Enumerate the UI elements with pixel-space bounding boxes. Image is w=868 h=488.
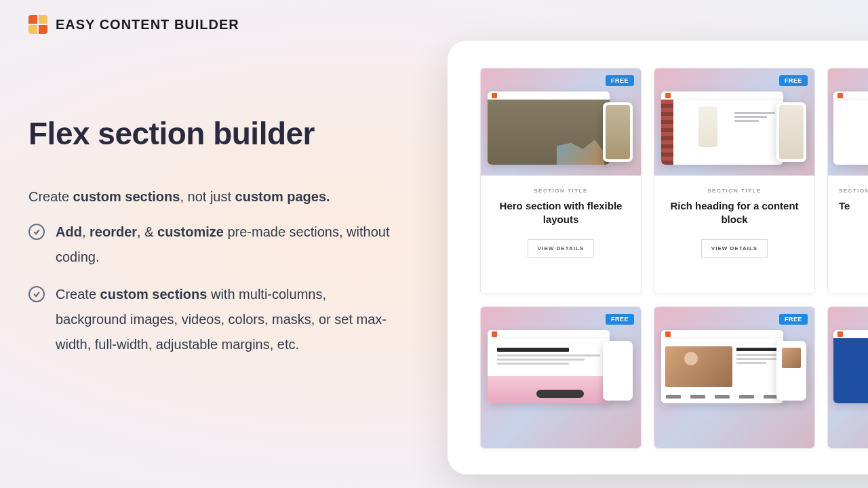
phone-mockup-icon bbox=[776, 102, 806, 162]
card-eyebrow: SECTION TITLE bbox=[707, 188, 762, 194]
template-thumbnail: FREE bbox=[654, 307, 814, 449]
check-icon bbox=[28, 286, 45, 302]
view-details-button[interactable]: VIEW DETAILS bbox=[528, 239, 594, 258]
bullet-item: Add, reorder, & customize pre-made secti… bbox=[28, 220, 395, 270]
laptop-mockup-icon bbox=[661, 330, 783, 403]
template-card[interactable]: FREE SECTION TITLE Hero section with fle… bbox=[480, 68, 642, 294]
page-subhead: Create custom sections, not just custom … bbox=[28, 189, 395, 205]
bullet-text: Create custom sections with multi-column… bbox=[56, 282, 395, 357]
view-details-button[interactable]: VIEW DETAILS bbox=[701, 239, 768, 258]
free-badge: FREE bbox=[606, 75, 634, 86]
free-badge: FREE bbox=[779, 314, 808, 325]
card-title: Hero section with flexible layouts bbox=[490, 199, 631, 227]
template-thumbnail: FREE bbox=[481, 68, 641, 176]
template-card[interactable]: FREE SECTION TITLE Te bbox=[827, 68, 868, 294]
template-card[interactable] bbox=[827, 306, 868, 449]
bullet-text: Add, reorder, & customize pre-made secti… bbox=[56, 220, 395, 270]
free-badge: FREE bbox=[606, 314, 634, 325]
template-card[interactable]: FREE bbox=[480, 306, 642, 449]
brand-name: EASY CONTENT BUILDER bbox=[56, 17, 239, 33]
template-showcase-panel: FREE SECTION TITLE Hero section with fle… bbox=[448, 41, 868, 474]
brand-logo: EASY CONTENT BUILDER bbox=[28, 15, 239, 34]
hero-copy: Flex section builder Create custom secti… bbox=[28, 115, 395, 369]
logo-icon bbox=[28, 15, 47, 34]
phone-mockup-icon bbox=[603, 341, 633, 401]
laptop-mockup-icon bbox=[833, 92, 868, 165]
template-thumbnail: FREE bbox=[828, 68, 868, 176]
template-card[interactable]: FREE SECTION TITLE Rich heading for a co… bbox=[654, 68, 815, 294]
laptop-mockup-icon bbox=[833, 330, 868, 403]
phone-mockup-icon bbox=[776, 341, 806, 401]
template-thumbnail bbox=[828, 307, 868, 449]
feature-bullets: Add, reorder, & customize pre-made secti… bbox=[28, 220, 395, 357]
card-title: Rich heading for a content block bbox=[664, 199, 805, 227]
card-title: Te bbox=[839, 199, 850, 213]
laptop-mockup-icon bbox=[488, 92, 610, 165]
laptop-mockup-icon bbox=[488, 330, 610, 403]
bullet-item: Create custom sections with multi-column… bbox=[28, 282, 395, 357]
card-eyebrow: SECTION TITLE bbox=[534, 188, 588, 194]
phone-mockup-icon bbox=[603, 102, 633, 162]
template-thumbnail: FREE bbox=[654, 68, 814, 176]
template-card[interactable]: FREE bbox=[654, 306, 815, 449]
check-icon bbox=[28, 224, 45, 240]
template-thumbnail: FREE bbox=[481, 307, 641, 449]
page-headline: Flex section builder bbox=[28, 115, 395, 152]
free-badge: FREE bbox=[779, 75, 808, 86]
laptop-mockup-icon bbox=[661, 92, 783, 165]
card-eyebrow: SECTION TITLE bbox=[839, 188, 868, 194]
